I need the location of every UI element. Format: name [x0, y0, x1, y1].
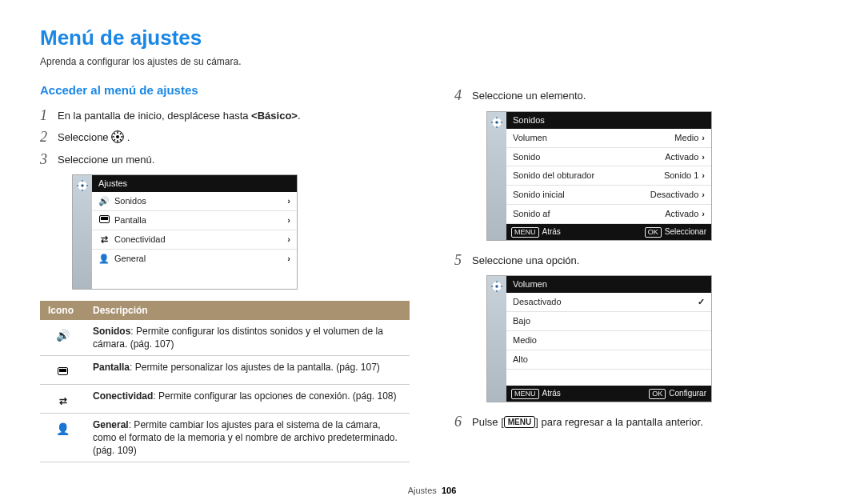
row-label: Alto: [513, 354, 528, 366]
volume-row-high[interactable]: Alto: [506, 350, 711, 370]
camera-ui-volume: Volumen Desactivado ✓ Bajo Medio Alto ME…: [486, 275, 712, 402]
screen-icon: [40, 356, 85, 385]
row-value: Activado: [665, 151, 698, 163]
chevron-right-icon: ›: [702, 132, 705, 144]
subtitle: Acceder al menú de ajustes: [40, 82, 410, 98]
step-1-bold: <Básico>: [251, 110, 298, 122]
step-number: 5: [454, 252, 472, 270]
volume-row-low[interactable]: Bajo: [506, 312, 711, 331]
sounds-row-startup[interactable]: Sonido inicial Desactivado›: [506, 186, 711, 205]
step-number: 1: [40, 107, 58, 125]
step-number: 4: [454, 87, 472, 105]
th-desc: Descripción: [85, 301, 410, 320]
connectivity-icon: ⇄: [98, 234, 110, 246]
check-icon: ✓: [698, 296, 705, 308]
camera-header: Volumen: [506, 276, 711, 293]
page-footer: Ajustes 106: [40, 485, 824, 497]
svg-rect-24: [496, 281, 497, 282]
svg-rect-19: [496, 126, 497, 128]
step-1-text: En la pantalla de inicio, desplácese has…: [58, 107, 301, 123]
row-value: Desactivado: [650, 189, 699, 201]
svg-rect-21: [501, 122, 502, 122]
row-label: Sonido inicial: [513, 189, 565, 201]
svg-point-23: [495, 286, 498, 289]
step-number: 3: [40, 151, 58, 169]
svg-rect-14: [77, 186, 78, 186]
svg-line-9: [120, 133, 122, 134]
gear-tab-icon: [491, 117, 502, 131]
footer-page: 106: [442, 486, 456, 495]
svg-rect-15: [86, 186, 88, 186]
sounds-row-shutter[interactable]: Sonido del obturador Sonido 1›: [506, 166, 711, 186]
chevron-right-icon: ›: [287, 214, 290, 226]
footer-ok[interactable]: Configurar: [669, 389, 706, 398]
row-label: Medio: [513, 334, 537, 346]
general-icon: 👤: [40, 413, 85, 462]
sounds-row-volume[interactable]: Volumen Medio›: [506, 129, 711, 148]
camera-tab-column: [487, 112, 506, 240]
gear-tab-icon: [491, 281, 502, 295]
desc-general: General: Permite cambiar los ajustes par…: [85, 413, 410, 462]
chevron-right-icon: ›: [702, 151, 705, 163]
desc-sounds: Sonidos: Permite configurar los distinto…: [85, 320, 410, 356]
step-number: 6: [454, 414, 472, 431]
step-6-text: Pulse [MENU] para regresar a la pantalla…: [472, 414, 703, 430]
menu-row-sounds[interactable]: 🔊Sonidos ›: [92, 192, 297, 211]
desc-connectivity: Conectividad: Permite configurar las opc…: [85, 384, 410, 413]
menu-label: Sonidos: [114, 195, 146, 207]
menu-badge: MENU: [511, 227, 539, 238]
step-number: 2: [40, 129, 58, 146]
sounds-row-af[interactable]: Sonido af Activado›: [506, 205, 711, 224]
camera-tab-column: [73, 175, 92, 288]
camera-header: Ajustes: [92, 175, 297, 192]
row-label: Volumen: [513, 132, 547, 144]
gear-icon: [111, 130, 124, 143]
step-5-text: Seleccione una opción.: [472, 252, 579, 268]
connectivity-icon: ⇄: [40, 384, 85, 413]
step-1-c: .: [298, 110, 301, 122]
menu-label: Conectividad: [114, 234, 166, 246]
menu-row-screen[interactable]: Pantalla ›: [92, 211, 297, 230]
camera-footer: MENUAtrás OKSeleccionar: [506, 224, 711, 240]
footer-ok[interactable]: Seleccionar: [665, 227, 706, 236]
svg-rect-20: [491, 122, 493, 122]
svg-line-8: [114, 139, 116, 141]
page-title: Menú de ajustes: [40, 24, 824, 52]
chevron-right-icon: ›: [702, 189, 705, 201]
icon-table: Icono Descripción 🔊 Sonidos: Permite con…: [40, 301, 410, 463]
row-label: Sonido del obturador: [513, 170, 594, 182]
general-icon: 👤: [98, 253, 110, 265]
footer-back[interactable]: Atrás: [542, 227, 561, 236]
menu-label: General: [114, 253, 146, 265]
step-6-b: ] para regresar a la pantalla anterior.: [535, 416, 703, 428]
chevron-right-icon: ›: [287, 195, 290, 207]
screen-icon: [98, 214, 110, 226]
chevron-right-icon: ›: [702, 208, 705, 220]
menu-row-general[interactable]: 👤General ›: [92, 250, 297, 268]
sounds-row-sound[interactable]: Sonido Activado›: [506, 148, 711, 167]
sound-icon: 🔊: [98, 195, 110, 207]
volume-row-medium[interactable]: Medio: [506, 331, 711, 350]
menu-row-connectivity[interactable]: ⇄Conectividad ›: [92, 230, 297, 250]
chevron-right-icon: ›: [287, 234, 290, 246]
desc-screen: Pantalla: Permite personalizar los ajust…: [85, 356, 410, 385]
th-icon: Icono: [40, 301, 85, 320]
sound-icon: 🔊: [40, 320, 85, 356]
svg-rect-18: [496, 117, 497, 118]
svg-line-7: [120, 139, 122, 141]
svg-line-6: [114, 133, 116, 134]
ok-badge: OK: [649, 389, 666, 399]
svg-point-11: [81, 185, 84, 188]
svg-rect-13: [82, 190, 82, 191]
svg-rect-12: [82, 180, 82, 182]
volume-row-off[interactable]: Desactivado ✓: [506, 293, 711, 312]
step-6-a: Pulse [: [472, 416, 504, 428]
row-label: Desactivado: [513, 296, 562, 308]
row-value: Sonido 1: [664, 170, 698, 182]
row-value: Medio: [674, 132, 698, 144]
step-2-b: .: [127, 131, 130, 143]
menu-badge: MENU: [511, 389, 539, 399]
footer-back[interactable]: Atrás: [542, 389, 561, 398]
chevron-right-icon: ›: [702, 170, 705, 182]
step-3-text: Seleccione un menú.: [58, 151, 154, 167]
